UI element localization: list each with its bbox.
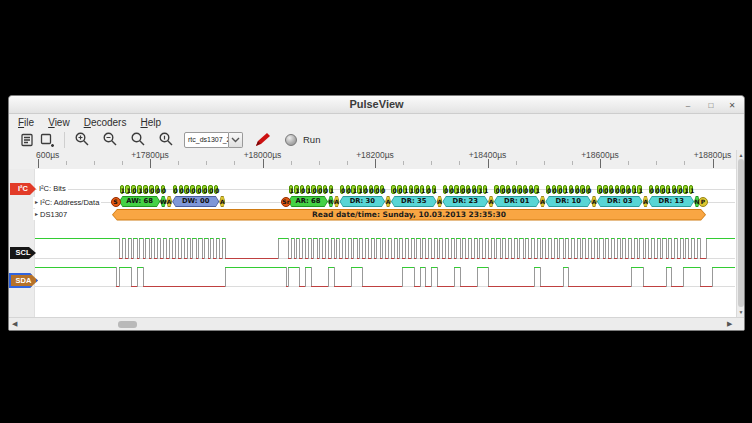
scl-wave-low (643, 258, 646, 259)
scl-wave-edge (540, 238, 541, 259)
ruler-major-tick (600, 159, 601, 168)
scl-wave-low (219, 258, 222, 259)
scl-wave-edge (479, 238, 480, 259)
scl-wave-edge (339, 238, 340, 259)
sda-wave-edge (116, 267, 117, 287)
new-view-button[interactable] (37, 131, 57, 149)
toolbar: rtc_ds1307_25 Run (9, 129, 744, 150)
scl-wave-edge (523, 238, 524, 259)
zoom-out-button[interactable] (100, 131, 120, 149)
new-session-button[interactable] (17, 131, 37, 149)
scl-wave-edge (637, 238, 638, 259)
scl-wave-low (442, 258, 445, 259)
ruler-minor-tick (572, 161, 573, 165)
scl-wave-low (545, 258, 548, 259)
scl-wave-edge (172, 238, 173, 259)
decoder-row-label-ds1307[interactable]: ▸ DS1307 (33, 209, 69, 220)
session-file-combobox[interactable]: rtc_ds1307_25 (184, 132, 229, 148)
scl-wave-edge (119, 238, 120, 259)
expand-arrow-icon: ▸ (35, 211, 38, 217)
scl-wave-edge (145, 238, 146, 259)
decoder-row-label-addrdata[interactable]: ▸ I²C: Address/Data (33, 197, 101, 208)
menu-help[interactable]: Help (140, 117, 161, 128)
scl-wave-edge (388, 238, 389, 259)
scl-wave-edge (222, 238, 223, 259)
annotation-bit: 0 (311, 185, 315, 195)
sda-wave-high (683, 267, 700, 268)
scl-wave-low (391, 258, 394, 259)
scl-wave-high (416, 238, 419, 239)
menu-file[interactable]: File (18, 117, 34, 128)
run-led-icon[interactable] (285, 134, 297, 146)
scl-wave-low (637, 258, 640, 259)
scl-wave-edge (319, 238, 320, 259)
zoom-in-button[interactable] (72, 131, 92, 149)
sda-wave-edge (568, 267, 569, 287)
scl-wave-edge (399, 238, 400, 259)
scl-wave-edge (508, 238, 509, 259)
scl-wave-low (339, 258, 342, 259)
scl-wave-edge (662, 238, 663, 259)
ruler-minor-tick (66, 161, 67, 165)
scl-wave-high (175, 238, 178, 239)
zoom-one-to-one-button[interactable] (156, 131, 176, 149)
sda-wave-high (666, 267, 672, 268)
scl-wave-edge (645, 238, 646, 259)
scl-wave-high (594, 238, 597, 239)
annotation-bit: 1 (454, 185, 458, 195)
decoder-row-label-bits[interactable]: I²C: Bits (37, 184, 68, 194)
maximize-button[interactable]: □ (705, 100, 717, 111)
scl-wave-edge (582, 238, 583, 259)
ruler-minor-tick (516, 161, 517, 165)
scl-wave-edge (204, 238, 205, 259)
ruler-minor-tick (459, 161, 460, 165)
scl-wave-low (184, 258, 187, 259)
scl-wave-edge (353, 238, 354, 259)
scl-wave-edge (620, 238, 621, 259)
scl-wave-low (202, 258, 205, 259)
scl-wave-edge (571, 238, 572, 259)
run-button[interactable]: Run (303, 134, 320, 145)
scl-wave-low (397, 258, 400, 259)
ruler-label: +18000µs (244, 150, 282, 160)
horizontal-scrollbar[interactable]: ◀ ▶ (9, 317, 744, 330)
scl-wave-high (668, 238, 671, 239)
scl-wave-edge (460, 238, 461, 259)
zoom-fit-button[interactable] (128, 131, 148, 149)
vertical-scroll-thumb[interactable] (738, 159, 744, 307)
vertical-scrollbar[interactable]: ▲ ▼ (736, 150, 744, 317)
sda-wave-edge (437, 267, 438, 287)
menu-view[interactable]: View (48, 117, 70, 128)
sda-wave-high (119, 267, 131, 268)
scl-wave-edge (559, 238, 560, 259)
scl-wave-high (588, 238, 591, 239)
scl-wave-low (614, 258, 617, 259)
scl-wave-edge (634, 238, 635, 259)
scl-wave-edge (422, 238, 423, 259)
scl-wave-high (336, 238, 339, 239)
scl-wave-edge (362, 238, 363, 259)
scl-wave-low (454, 258, 457, 259)
ruler-minor-tick (94, 161, 95, 165)
menu-decoders[interactable]: Decoders (84, 117, 127, 128)
scl-wave-edge (448, 238, 449, 259)
scl-wave-edge (439, 238, 440, 259)
scl-wave-low (482, 258, 485, 259)
scl-wave-low (137, 258, 140, 259)
close-button[interactable]: ✕ (726, 100, 738, 111)
scl-wave-edge (502, 238, 503, 259)
scl-wave-edge (591, 238, 592, 259)
combobox-dropdown-button[interactable] (229, 132, 243, 148)
scl-wave-low (471, 258, 474, 259)
minimize-button[interactable]: – (682, 100, 694, 111)
decoder-probe-icon[interactable] (253, 131, 273, 149)
annotation-bit: 0 (677, 185, 681, 195)
titlebar[interactable]: PulseView – □ ✕ (9, 96, 744, 114)
trace-view[interactable]: Read date/time: Sunday, 10.03.2013 23:35… (9, 169, 736, 317)
scl-wave-low (380, 258, 383, 259)
scl-wave-high (399, 238, 402, 239)
horizontal-scroll-thumb[interactable] (118, 321, 137, 328)
scl-wave-low (374, 258, 377, 259)
scl-wave-edge (208, 238, 209, 259)
annotation-bit: 0 (523, 185, 527, 195)
